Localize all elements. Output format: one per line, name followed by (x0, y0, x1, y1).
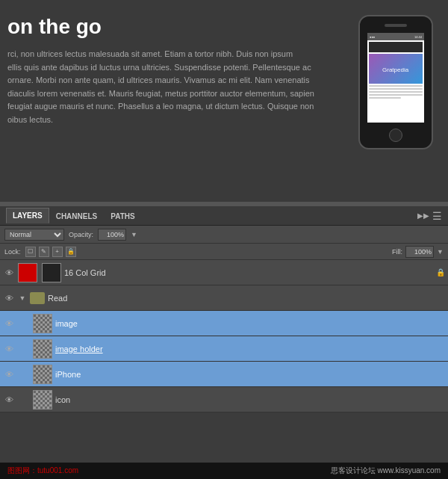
svg-text:Gratpedia: Gratpedia (382, 67, 409, 73)
layer-name-read: Read (48, 294, 445, 303)
blend-mode-select[interactable]: Normal Multiply Screen (4, 229, 64, 241)
iphone-hero-svg: Gratpedia (381, 61, 411, 76)
tab-paths[interactable]: PATHS (104, 208, 141, 223)
layer-mask-thumb-dark-grid (43, 264, 60, 282)
panel-tab-arrows[interactable]: ▶▶ (417, 211, 429, 220)
body-text: rci, non ultrices lectus malesuada sit a… (7, 48, 329, 127)
watermark-left: 图图网：tutu001.com (7, 466, 78, 476)
iphone-hero-image: Gratpedia (369, 54, 423, 84)
layer-eye-icon[interactable]: 👁 (3, 394, 15, 406)
layer-eye-iphone[interactable]: 👁 (3, 368, 15, 380)
fill-arrow[interactable]: ▼ (437, 248, 444, 256)
iphone-screen: ●●● 14:44 Gratpedia (367, 33, 424, 123)
fill-label: Fill: (392, 248, 402, 256)
layer-thumb-checker-image-holder (34, 340, 52, 358)
content-line-4 (369, 94, 423, 96)
watermark-right: 思客设计论坛 www.kissyuan.com (331, 466, 441, 476)
app-container: on the go rci, non ultrices lectus males… (0, 0, 448, 479)
layer-row-image-holder[interactable]: 👁 image holder (0, 336, 448, 362)
layer-thumb-image (33, 314, 52, 333)
lock-fill-row: Lock: ☐ ✎ + 🔒 Fill: ▼ (0, 244, 448, 260)
tab-layers[interactable]: LAYERS (6, 208, 49, 223)
blend-opacity-row: Normal Multiply Screen Opacity: ▼ (0, 226, 448, 244)
tab-channels[interactable]: CHANNELS (49, 208, 105, 223)
layer-lock-grid: 🔒 (436, 268, 445, 277)
iphone-nav-bar (369, 42, 423, 52)
fill-input[interactable] (405, 246, 434, 258)
layer-name-grid: 16 Col Grid (64, 268, 433, 277)
iphone-speaker (385, 24, 407, 27)
content-line-2 (369, 88, 423, 90)
layer-name-image-holder: image holder (55, 344, 445, 353)
iphone-mockup: ●●● 14:44 Gratpedia (358, 15, 433, 149)
iphone-time: 14:44 (414, 35, 422, 39)
content-line-5 (369, 97, 401, 99)
layer-name-image: image (55, 319, 445, 328)
lock-all-icon[interactable]: + (52, 247, 63, 257)
opacity-input[interactable] (98, 229, 126, 241)
panel-tabs: LAYERS CHANNELS PATHS ▶▶ ☰ (0, 206, 448, 226)
layer-eye-image[interactable]: 👁 (3, 318, 15, 330)
lock-position-icon[interactable]: ✎ (39, 247, 49, 257)
lock-label: Lock: (4, 248, 21, 256)
watermark-bar: 图图网：tutu001.com 思客设计论坛 www.kissyuan.com (0, 463, 448, 479)
layer-row-read[interactable]: 👁 ▼ Read (0, 285, 448, 311)
layer-row-icon[interactable]: 👁 icon (0, 387, 448, 412)
iphone-content-lines (369, 85, 423, 99)
layer-eye-read[interactable]: 👁 (3, 292, 15, 304)
layer-thumb-red-grid (19, 264, 37, 282)
lock-transparent-icon[interactable]: ☐ (25, 247, 36, 257)
content-line-3 (369, 91, 423, 93)
iphone-home-button[interactable] (389, 129, 402, 142)
layer-thumb-checker-icon (34, 391, 52, 409)
layer-mask-thumb-grid (42, 263, 61, 282)
opacity-label: Opacity: (69, 231, 93, 238)
layer-thumb-iphone (33, 365, 52, 384)
iphone-carrier: ●●● (370, 35, 375, 39)
iphone-screen-content: Gratpedia (367, 40, 424, 123)
opacity-arrow[interactable]: ▼ (131, 231, 137, 238)
layer-row-grid[interactable]: 👁 16 Col Grid 🔒 (0, 260, 448, 285)
layer-eye-grid[interactable]: 👁 (3, 267, 15, 279)
layer-row-iphone[interactable]: 👁 iPhone (0, 362, 448, 387)
top-section: on the go rci, non ultrices lectus males… (0, 0, 448, 202)
iphone-body: ●●● 14:44 Gratpedia (358, 15, 433, 149)
layer-thumb-checker-image (34, 315, 52, 333)
layers-panel: LAYERS CHANNELS PATHS ▶▶ ☰ Normal Multip… (0, 206, 448, 479)
layer-name-iphone: iPhone (55, 370, 445, 379)
layer-expand-read[interactable]: ▼ (18, 294, 27, 303)
lock-move-icon[interactable]: 🔒 (66, 247, 76, 257)
layer-folder-icon-read (30, 292, 45, 304)
layer-eye-image-holder[interactable]: 👁 (3, 343, 15, 355)
layer-name-icon: icon (55, 395, 445, 404)
layer-thumb-checker-iphone (34, 365, 52, 383)
iphone-screen-inner: ●●● 14:44 Gratpedia (367, 33, 424, 123)
panel-menu-icon[interactable]: ☰ (432, 210, 442, 222)
layer-row-image[interactable]: 👁 image (0, 311, 448, 336)
layer-thumb-image-holder (33, 339, 52, 359)
layer-thumb-grid (18, 263, 37, 282)
iphone-status-bar: ●●● 14:44 (367, 33, 424, 40)
content-line-1 (369, 85, 423, 87)
layer-thumb-icon (33, 390, 52, 410)
